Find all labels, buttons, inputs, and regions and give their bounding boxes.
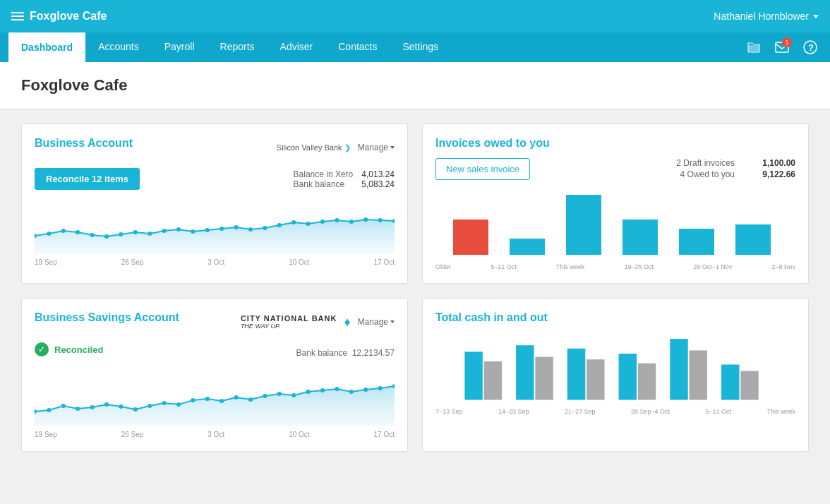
svg-point-39 [90, 405, 95, 409]
bank-balance-label: Bank balance [294, 179, 345, 189]
svg-point-55 [320, 388, 325, 392]
svg-point-38 [76, 407, 80, 411]
user-menu[interactable]: Nathaniel Hornblower [714, 11, 819, 22]
svg-rect-65 [567, 349, 585, 400]
svg-rect-31 [566, 195, 601, 255]
svg-point-20 [277, 223, 282, 227]
nav-settings[interactable]: Settings [390, 32, 451, 62]
svg-rect-68 [638, 364, 656, 400]
svg-point-9 [119, 232, 123, 236]
total-cash-chart: 7–13 Sep 14–20 Sep 21–27 Sep 28 Sep–4 Oc… [435, 332, 795, 415]
nav-dashboard[interactable]: Dashboard [8, 32, 85, 62]
draft-count: 2 Draft invoices [676, 158, 735, 168]
svg-rect-62 [484, 361, 502, 400]
savings-line-chart [35, 369, 395, 426]
savings-balance: Bank balance 12,2134.57 [296, 348, 395, 358]
svg-rect-72 [740, 371, 758, 400]
business-account-chart: 19 Sep 26 Sep 3 Oct 10 Oct 17 Oct [35, 197, 395, 266]
svg-point-14 [191, 229, 195, 234]
manage-arrow [390, 146, 395, 149]
invoices-bar-labels: Older 5–11 Oct This week 19–25 Oct 26 Oc… [435, 263, 795, 270]
balance-info: Balance in Xero 4,013.24 Bank balance 5,… [294, 169, 395, 189]
savings-bank-header: Business Savings Account CITY NATIONAL B… [35, 311, 395, 332]
invoices-card: Invoices owed to you New sales invoice 2… [422, 124, 809, 284]
help-icon-btn[interactable]: ? [799, 36, 822, 59]
svg-point-54 [306, 390, 311, 394]
svg-point-15 [205, 228, 210, 232]
bank-header: Business Account Silicon Valley Bank ❯ M… [35, 137, 395, 158]
invoices-bar-chart [435, 188, 795, 258]
nav-reports[interactable]: Reports [207, 32, 267, 62]
files-icon-btn[interactable] [742, 36, 765, 59]
reconciled-row: ✓ Reconciled [35, 342, 103, 356]
savings-manage-btn[interactable]: Manage [358, 317, 395, 327]
draft-amount: 1,100.00 [746, 158, 795, 168]
new-invoice-button[interactable]: New sales invoice [435, 158, 530, 180]
svg-point-47 [205, 397, 210, 401]
page-title: Foxglove Cafe [21, 76, 809, 95]
owed-count: 4 Owed to you [680, 169, 735, 179]
svg-rect-32 [622, 220, 658, 255]
bank-balance-amount: 5,083.24 [361, 179, 395, 189]
topbar: Foxglove Cafe Nathaniel Hornblower [0, 0, 830, 32]
owed-invoices-row: 4 Owed to you 9,122.66 [676, 169, 795, 179]
nav-contacts[interactable]: Contacts [325, 32, 390, 62]
total-cash-card: Total cash in and out [422, 298, 809, 452]
balance-in-xero-amount: 4,013.24 [361, 169, 395, 179]
svg-point-19 [263, 226, 267, 230]
svg-point-8 [104, 234, 109, 239]
reconcile-row: Reconcile 12 items Balance in Xero 4,013… [35, 168, 395, 190]
svg-point-5 [61, 229, 66, 233]
help-icon: ? [803, 40, 817, 54]
svg-rect-33 [679, 229, 714, 255]
svg-rect-66 [587, 359, 604, 400]
folder-icon [747, 41, 761, 54]
svg-point-25 [349, 220, 354, 224]
business-account-title: Business Account [35, 137, 133, 150]
svg-point-48 [219, 399, 224, 403]
svg-rect-69 [670, 339, 687, 400]
svg-rect-64 [535, 357, 553, 400]
invoices-header-row: New sales invoice 2 Draft invoices 1,100… [435, 158, 795, 181]
svg-point-58 [363, 388, 368, 392]
topbar-logo[interactable]: Foxglove Cafe [11, 10, 714, 23]
savings-manage-arrow [390, 320, 395, 323]
mail-icon-btn[interactable]: 1 [771, 36, 793, 59]
balance-in-xero-label: Balance in Xero [294, 169, 354, 179]
check-circle-icon: ✓ [35, 342, 49, 356]
svg-point-45 [176, 402, 181, 407]
invoice-stats: 2 Draft invoices 1,100.00 4 Owed to you … [676, 158, 795, 181]
svg-point-56 [335, 387, 339, 391]
reconcile-button[interactable]: Reconcile 12 items [35, 168, 140, 190]
svg-text:?: ? [808, 42, 814, 53]
company-name: Foxglove Cafe [30, 10, 107, 23]
nav-adviser[interactable]: Adviser [267, 32, 326, 62]
svg-point-37 [61, 404, 66, 408]
svg-point-42 [133, 407, 138, 412]
svg-point-59 [378, 386, 383, 390]
business-account-line-chart [35, 197, 395, 253]
nav-accounts[interactable]: Accounts [85, 32, 152, 62]
svg-point-7 [90, 233, 95, 237]
svg-point-50 [248, 397, 253, 402]
business-account-card: Business Account Silicon Valley Bank ❯ M… [21, 124, 408, 284]
svg-rect-30 [510, 239, 545, 255]
draft-invoices-row: 2 Draft invoices 1,100.00 [676, 158, 795, 168]
svg-point-26 [363, 217, 368, 222]
svg-point-49 [234, 395, 239, 400]
business-account-manage-btn[interactable]: Manage [358, 143, 395, 152]
savings-account-title: Business Savings Account [35, 311, 179, 324]
savings-account-chart: 19 Sep 26 Sep 3 Oct 10 Oct 17 Oct [35, 369, 395, 438]
svg-point-44 [162, 401, 167, 405]
svg-point-11 [148, 232, 152, 236]
reconciled-label: Reconciled [54, 344, 103, 355]
user-dropdown-arrow [813, 15, 819, 18]
svg-rect-71 [721, 364, 739, 400]
nav-payroll[interactable]: Payroll [152, 32, 207, 62]
user-name: Nathaniel Hornblower [714, 11, 809, 22]
savings-balance-amount: 12,2134.57 [352, 348, 395, 358]
savings-chart-labels: 19 Sep 26 Sep 3 Oct 10 Oct 17 Oct [35, 431, 395, 438]
nav-items: Dashboard Accounts Payroll Reports Advis… [8, 32, 742, 62]
svg-point-6 [76, 230, 80, 234]
navbar: Dashboard Accounts Payroll Reports Advis… [0, 32, 830, 62]
